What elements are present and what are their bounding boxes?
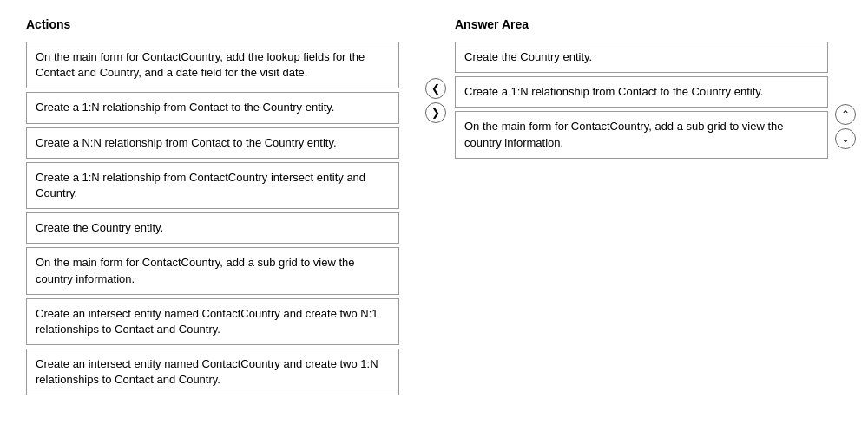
actions-list: On the main form for ContactCountry, add… — [26, 42, 425, 395]
move-down-button[interactable]: ⌄ — [835, 128, 856, 149]
move-up-button[interactable]: ⌃ — [835, 104, 856, 125]
answer-item[interactable]: On the main form for ContactCountry, add… — [455, 111, 828, 158]
answer-panel: Answer Area Create the Country entity.Cr… — [446, 17, 863, 427]
answer-title: Answer Area — [455, 17, 828, 31]
action-item[interactable]: Create an intersect entity named Contact… — [26, 298, 399, 345]
action-item[interactable]: Create a 1:N relationship from Contact t… — [26, 92, 399, 123]
transfer-arrows: ❮ ❯ — [425, 17, 446, 427]
action-item[interactable]: On the main form for ContactCountry, add… — [26, 247, 399, 294]
action-item[interactable]: Create a N:N relationship from Contact t… — [26, 127, 399, 159]
actions-panel: Actions On the main form for ContactCoun… — [26, 17, 425, 427]
move-left-button[interactable]: ❮ — [425, 78, 446, 99]
answer-item[interactable]: Create a 1:N relationship from Contact t… — [455, 76, 828, 108]
action-item[interactable]: Create the Country entity. — [26, 212, 399, 244]
action-item[interactable]: Create a 1:N relationship from ContactCo… — [26, 162, 399, 209]
reorder-arrows: ⌃ ⌄ — [828, 17, 863, 149]
answer-item[interactable]: Create the Country entity. — [455, 42, 828, 73]
action-item[interactable]: On the main form for ContactCountry, add… — [26, 42, 399, 88]
action-item[interactable]: Create an intersect entity named Contact… — [26, 349, 399, 395]
answer-list: Create the Country entity.Create a 1:N r… — [455, 42, 828, 159]
move-right-button[interactable]: ❯ — [425, 102, 446, 123]
actions-title: Actions — [26, 17, 425, 31]
answer-items-col: Answer Area Create the Country entity.Cr… — [446, 17, 828, 162]
